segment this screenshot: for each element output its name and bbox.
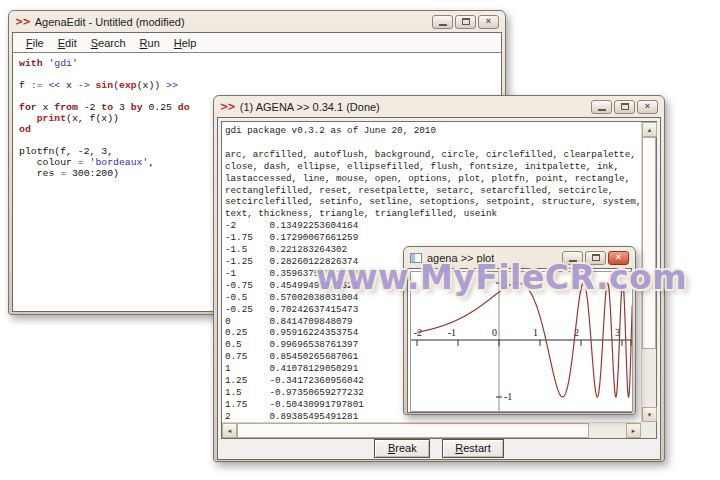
menu-search[interactable]: Search: [84, 37, 133, 49]
console-titlebar[interactable]: >> (1) AGENA >> 0.34.1 (Done) ×: [217, 96, 661, 117]
console-button-row: BreakRestart: [221, 437, 657, 459]
close-icon[interactable]: ×: [478, 15, 499, 29]
console-line: [225, 137, 641, 149]
menu-help[interactable]: Help: [167, 37, 204, 49]
window-controls: ×: [591, 100, 658, 114]
svg-text:1: 1: [533, 327, 538, 338]
menu-edit[interactable]: Edit: [51, 37, 84, 49]
break-button[interactable]: Break: [374, 439, 430, 458]
agena-chevrons-icon: >>: [220, 101, 235, 112]
console-line: -2 0.13492253604164: [225, 220, 641, 232]
vertical-scroll-thumb[interactable]: [642, 137, 656, 349]
svg-text:-1: -1: [448, 327, 456, 338]
watermark: www.MyFileCR.com: [316, 258, 687, 297]
console-line: rectanglefilled, reset, resetpalette, se…: [225, 185, 641, 197]
console-line: arc, arcfilled, autoflush, background, c…: [225, 149, 641, 161]
console-line: gdi package v0.3.2 as of June 20, 2010: [225, 125, 641, 137]
agenaedit-titlebar[interactable]: >> AgenaEdit - Untitled (modified) ×: [12, 11, 502, 32]
horizontal-scroll-thumb[interactable]: [237, 423, 589, 438]
scroll-right-icon[interactable]: ►: [626, 423, 641, 438]
menubar: FileEditSearchRunHelp: [13, 33, 501, 53]
console-line: close, dash, ellipse, ellipsefilled, flu…: [225, 161, 641, 173]
menu-file[interactable]: File: [19, 37, 51, 49]
code-line: f := << x -> sin(exp(x)) >>: [19, 80, 501, 91]
console-title: (1) AGENA >> 0.34.1 (Done): [240, 101, 380, 113]
window-controls: ×: [432, 15, 499, 29]
code-line: [19, 69, 501, 80]
scroll-up-icon[interactable]: ▲: [642, 122, 657, 137]
desktop: >> AgenaEdit - Untitled (modified) × Fil…: [0, 0, 720, 480]
scrollbar-corner: [641, 422, 656, 438]
agenaedit-title: AgenaEdit - Untitled (modified): [35, 16, 185, 28]
maximize-icon[interactable]: [455, 15, 476, 29]
minimize-icon[interactable]: [591, 100, 612, 114]
console-line: setcirclefilled, setinfo, setline, setop…: [225, 196, 641, 208]
scroll-down-icon[interactable]: ▼: [642, 407, 657, 422]
menu-run[interactable]: Run: [133, 37, 167, 49]
close-icon[interactable]: ×: [637, 100, 658, 114]
svg-text:-1: -1: [504, 391, 512, 402]
maximize-icon[interactable]: [614, 100, 635, 114]
console-line: text, thickness, triangle, trianglefille…: [225, 208, 641, 220]
restart-button[interactable]: Restart: [442, 439, 503, 458]
console-line: lastaccessed, line, mouse, open, options…: [225, 173, 641, 185]
minimize-icon[interactable]: [432, 15, 453, 29]
horizontal-scrollbar[interactable]: ◄ ►: [222, 422, 641, 438]
scroll-left-icon[interactable]: ◄: [222, 423, 237, 438]
code-line: with 'gdi': [19, 58, 501, 69]
svg-text:0: 0: [492, 327, 497, 338]
agena-chevrons-icon: >>: [15, 16, 30, 27]
console-line: -1.75 0.17290067661259: [225, 232, 641, 244]
